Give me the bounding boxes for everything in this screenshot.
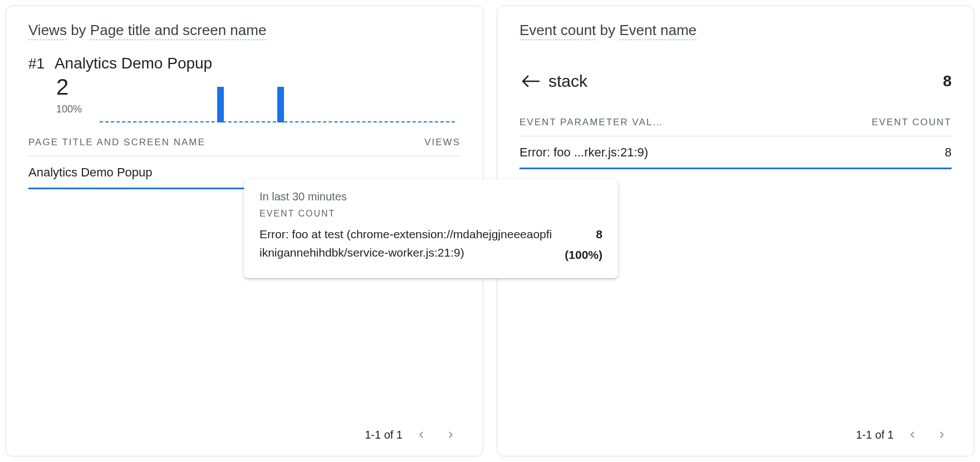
sparkline-bar <box>217 87 224 122</box>
sparkline-chart <box>100 78 455 122</box>
views-count: 2 <box>56 76 82 98</box>
tooltip-text: Error: foo at test (chrome-extension://m… <box>259 225 553 264</box>
top-result-row: #1 Analytics Demo Popup <box>28 55 460 72</box>
pager: 1-1 of 1 <box>28 414 460 445</box>
metric-name[interactable]: Views <box>28 22 67 40</box>
back-button[interactable] <box>520 70 542 92</box>
row-label: Analytics Demo Popup <box>28 165 153 180</box>
event-tooltip: In last 30 minutes EVENT COUNT Error: fo… <box>244 179 618 278</box>
rank-badge: #1 <box>28 55 45 72</box>
next-page-button[interactable] <box>440 425 460 445</box>
pager: 1-1 of 1 <box>520 414 952 445</box>
views-percent: 100% <box>56 104 82 115</box>
col-page-title: PAGE TITLE AND SCREEN NAME <box>28 137 205 148</box>
prev-page-button[interactable] <box>903 425 923 445</box>
dimension-name[interactable]: Page title and screen name <box>90 22 267 40</box>
event-name-label: stack <box>548 72 943 91</box>
row-label: Error: foo ...rker.js:21:9) <box>520 145 648 160</box>
tooltip-timeframe: In last 30 minutes <box>259 190 602 203</box>
tooltip-metric-label: EVENT COUNT <box>259 209 602 219</box>
prev-page-button[interactable] <box>411 425 432 445</box>
top-result-label: Analytics Demo Popup <box>55 55 212 72</box>
pager-text: 1-1 of 1 <box>365 429 403 441</box>
events-table-header: EVENT PARAMETER VAL… EVENT COUNT <box>520 117 952 136</box>
dimension-name[interactable]: Event name <box>619 22 697 40</box>
events-card-title: Event count by Event name <box>520 22 952 39</box>
next-page-button[interactable] <box>932 425 952 445</box>
col-param-val: EVENT PARAMETER VAL… <box>520 117 663 128</box>
col-event-count: EVENT COUNT <box>871 117 952 128</box>
views-table-header: PAGE TITLE AND SCREEN NAME VIEWS <box>28 137 460 156</box>
arrow-left-icon <box>521 75 540 88</box>
tooltip-value: 8 <box>565 225 602 244</box>
chevron-right-icon <box>938 429 945 441</box>
chevron-left-icon <box>909 429 917 441</box>
metric-name[interactable]: Event count <box>520 22 596 40</box>
chevron-right-icon <box>447 429 454 441</box>
table-row[interactable]: Error: foo ...rker.js:21:9) 8 <box>520 136 952 169</box>
row-value: 8 <box>945 145 952 160</box>
event-total: 8 <box>943 72 952 90</box>
pager-text: 1-1 of 1 <box>856 429 894 441</box>
sparkline-bar <box>277 87 284 122</box>
chevron-left-icon <box>418 429 425 441</box>
tooltip-percent: (100%) <box>565 246 602 264</box>
views-card-title: Views by Page title and screen name <box>28 22 460 39</box>
col-views: VIEWS <box>424 137 460 148</box>
